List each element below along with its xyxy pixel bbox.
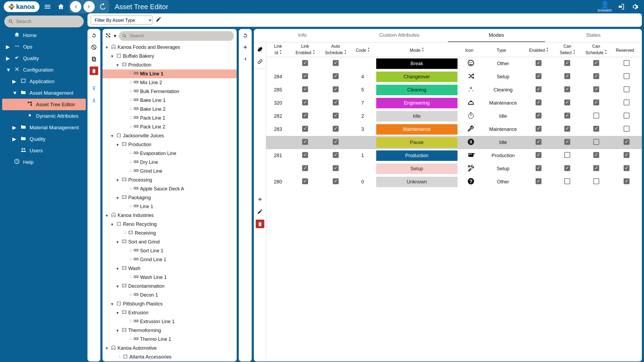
checkbox[interactable] <box>564 165 570 171</box>
checkbox[interactable] <box>333 126 339 132</box>
checkbox[interactable] <box>333 139 339 145</box>
copy-button[interactable] <box>90 55 98 63</box>
tree-node[interactable]: └Sort Line 1 <box>103 246 237 255</box>
checkbox[interactable] <box>564 126 570 132</box>
checkbox[interactable] <box>536 60 541 66</box>
checkbox[interactable] <box>536 113 541 119</box>
tree-node[interactable]: ▼Production <box>103 61 237 69</box>
checkbox[interactable] <box>564 73 570 79</box>
grid-row[interactable]: SetupSetup <box>266 162 642 175</box>
tree-search-input[interactable] <box>119 31 234 41</box>
col-type[interactable]: Type ▴▾ <box>483 42 523 57</box>
checkbox[interactable] <box>302 113 308 119</box>
checkbox[interactable] <box>302 86 308 92</box>
checkbox[interactable] <box>333 60 339 66</box>
tree-node[interactable]: ▼Sort and Grind <box>103 238 237 246</box>
checkbox[interactable] <box>624 60 630 66</box>
checkbox[interactable] <box>564 86 570 92</box>
nav-item-ops[interactable]: ▶Ops <box>2 41 86 53</box>
grid-row[interactable]: 2800Unknown?Other <box>266 175 642 189</box>
checkbox[interactable] <box>564 152 570 158</box>
nav-item-application[interactable]: ▶Application <box>2 76 86 87</box>
tree-node[interactable]: └Grind Line <box>103 167 237 176</box>
nav-back-button[interactable] <box>70 1 81 12</box>
tree-node[interactable]: └Wash Line 1 <box>103 273 237 282</box>
nav-item-help[interactable]: ?Help <box>2 156 86 168</box>
checkbox[interactable] <box>624 152 630 158</box>
col-icon[interactable]: Icon ▴▾ <box>459 42 483 57</box>
checkbox[interactable] <box>302 99 308 105</box>
delete-button[interactable] <box>90 67 98 75</box>
tree-node[interactable]: ▼Kanoa Automotive <box>103 344 237 353</box>
tree-node[interactable]: └Grind Line 1 <box>103 255 237 264</box>
tree-node[interactable]: └Bake Line 1 <box>103 96 237 105</box>
tree-node[interactable]: ▼Buffalo Bakery <box>103 52 237 61</box>
checkbox[interactable] <box>564 99 570 105</box>
checkbox[interactable] <box>593 113 599 119</box>
checkbox[interactable] <box>564 60 570 66</box>
tree-node[interactable]: ▼Decontamination <box>103 282 237 291</box>
tree-node[interactable]: └Decon 1 <box>103 291 237 300</box>
checkbox[interactable] <box>536 178 541 184</box>
tree-node[interactable]: └Mix Line 2 <box>103 78 237 87</box>
col-link-enabled[interactable]: LinkEnabled ▴▾ <box>290 42 320 57</box>
tree-node[interactable]: └Bulk Fermentation <box>103 87 237 96</box>
tree-node[interactable]: ▼Packaging <box>103 193 237 202</box>
tree-node[interactable]: ▼Kanoa Industries <box>103 211 237 220</box>
grid-row[interactable]: PauseIdle <box>266 136 642 149</box>
nav-item-home[interactable]: Home <box>2 29 86 41</box>
brand-logo[interactable]: kanoa <box>4 1 39 12</box>
tree-node[interactable]: └Atlanta Accessories <box>103 353 237 361</box>
tab-info[interactable]: Info <box>254 29 351 42</box>
logout-button[interactable] <box>616 1 627 12</box>
nav-forward-button[interactable] <box>83 1 95 12</box>
checkbox[interactable] <box>536 165 541 171</box>
col-can-schedule[interactable]: CanSchedule ▴▾ <box>581 42 612 57</box>
checkbox[interactable] <box>593 60 599 66</box>
nav-item-material-management[interactable]: ▶Material Management <box>2 122 86 133</box>
tree-node[interactable]: ▼Reno Recycling <box>103 220 237 229</box>
edit-filter-button[interactable] <box>156 16 162 24</box>
tree-node[interactable]: ▼Pittsburgh Plastics <box>103 300 237 308</box>
checkbox[interactable] <box>333 152 339 158</box>
tree-node[interactable]: └Apple Sauce Deck A <box>103 184 237 193</box>
nav-item-users[interactable]: Users <box>2 145 86 156</box>
tree-node[interactable]: ▼Kanoa Foods and Beverages <box>103 43 237 52</box>
grid-row[interactable]: 3207EngineeringMaintenance <box>266 97 642 110</box>
checkbox[interactable] <box>536 126 541 132</box>
checkbox[interactable] <box>624 99 630 105</box>
hamburger-menu-button[interactable] <box>42 1 53 12</box>
tree-node[interactable]: ▼Production <box>103 140 237 149</box>
collapse-button[interactable] <box>241 55 250 63</box>
tree-node[interactable]: ▼Jacksonville Juices <box>103 131 237 140</box>
tree-node[interactable]: └Bake Line 2 <box>103 105 237 114</box>
grid-row[interactable]: 2811ProductionProduction <box>266 149 642 162</box>
grid-add-button[interactable] <box>256 195 264 204</box>
checkbox[interactable] <box>333 178 339 184</box>
col-mode[interactable]: Mode ▴▾ <box>375 42 459 57</box>
checkbox[interactable] <box>564 139 570 145</box>
grid-row[interactable]: 2822IdleIdle <box>266 110 642 123</box>
checkbox[interactable] <box>624 113 630 119</box>
history-button[interactable] <box>97 1 108 12</box>
tree-node[interactable]: └Extrusion Line 1 <box>103 317 237 326</box>
tree-node[interactable]: └Pack Line 1 <box>103 114 237 123</box>
checkbox[interactable] <box>593 139 599 145</box>
move-down-button[interactable] <box>90 96 98 105</box>
unlink-button[interactable] <box>256 45 264 54</box>
col-reserved[interactable]: Reserved ▴▾ <box>611 42 642 57</box>
checkbox[interactable] <box>624 73 630 79</box>
checkbox[interactable] <box>624 165 630 171</box>
tab-modes[interactable]: Modes <box>448 29 545 42</box>
link-button[interactable] <box>256 57 264 66</box>
checkbox[interactable] <box>624 139 630 145</box>
checkbox[interactable] <box>302 178 308 184</box>
checkbox[interactable] <box>593 86 599 92</box>
grid-row[interactable]: 2855CleaningCleaning <box>266 83 642 97</box>
col-link-id[interactable]: LinkId ▴▾ <box>266 42 290 57</box>
col-code[interactable]: Code ▴▾ <box>351 42 374 57</box>
col-auto-schedule[interactable]: AutoSchedule ▴▾ <box>320 42 351 57</box>
nav-item-quality[interactable]: ▶Quality <box>2 133 86 145</box>
checkbox[interactable] <box>333 73 339 79</box>
checkbox[interactable] <box>302 126 308 132</box>
